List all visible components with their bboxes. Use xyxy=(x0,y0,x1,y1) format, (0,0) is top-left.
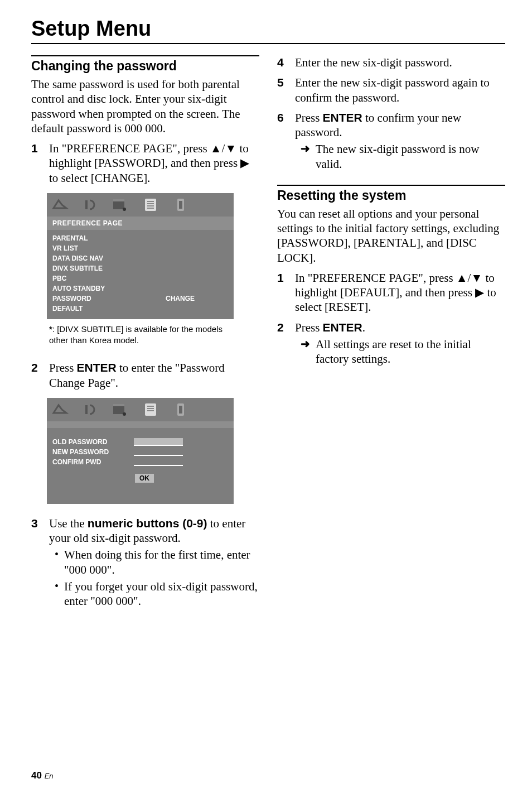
bullet-icon: • xyxy=(55,547,59,577)
osd-item: DATA DISC NAV xyxy=(52,253,228,263)
left-column: Changing the password The same password … xyxy=(31,55,259,614)
page-number-value: 40 xyxy=(31,770,42,781)
step-number: 1 xyxy=(277,271,287,315)
enter-key: ENTER xyxy=(323,111,362,124)
confirm-password-field xyxy=(134,458,183,466)
step-number: 2 xyxy=(277,320,287,367)
step-number: 6 xyxy=(277,110,287,171)
page-number: 40 En xyxy=(31,770,54,781)
footnote: *: [DIVX SUBTITLE] is available for the … xyxy=(49,324,239,347)
input-label: OLD PASSWORD xyxy=(52,438,125,446)
play-icon: ▶ xyxy=(475,286,484,299)
tab-hdmi-icon xyxy=(171,402,191,417)
tab-audio-icon xyxy=(80,402,100,417)
svg-rect-1 xyxy=(113,201,124,209)
bullet-text: When doing this for the first time, ente… xyxy=(64,547,259,577)
up-down-icon: ▲/▼ xyxy=(210,142,236,155)
input-label: NEW PASSWORD xyxy=(52,448,125,456)
step-3: 3 Use the numeric buttons (0-9) to enter… xyxy=(31,516,259,609)
section-rule xyxy=(31,55,259,56)
result-item: ➜ All settings are reset to the initial … xyxy=(295,337,505,367)
intro-text: The same password is used for both paren… xyxy=(31,77,259,136)
step-body: Press ENTER to enter the "Password Chang… xyxy=(49,360,259,390)
osd-menu-items: PARENTAL VR LIST DATA DISC NAV DIVX SUBT… xyxy=(47,230,234,319)
up-down-icon: ▲/▼ xyxy=(456,271,482,285)
step-4: 4 Enter the new six-digit password. xyxy=(277,55,505,70)
step-body: In "PREFERENCE PAGE", press ▲/▼ to highl… xyxy=(49,141,259,185)
osd-divider xyxy=(47,421,234,428)
text: In "PREFERENCE PAGE", press xyxy=(49,142,210,155)
osd-tab-bar xyxy=(47,398,234,421)
step-body: Enter the new six-digit password again t… xyxy=(295,75,505,105)
svg-rect-11 xyxy=(85,405,88,414)
step-body: Enter the new six-digit password. xyxy=(295,55,505,70)
svg-rect-4 xyxy=(145,199,156,211)
step-1: 1 In "PREFERENCE PAGE", press ▲/▼ to hig… xyxy=(31,141,259,185)
step-5: 5 Enter the new six-digit password again… xyxy=(277,75,505,105)
osd-item: PBC xyxy=(52,273,228,283)
input-row: NEW PASSWORD xyxy=(52,448,228,456)
new-password-field xyxy=(134,448,183,456)
columns: Changing the password The same password … xyxy=(31,55,505,614)
reset-step-2: 2 Press ENTER. ➜ All settings are reset … xyxy=(277,320,505,367)
play-icon: ▶ xyxy=(240,156,249,170)
result-text: The new six-digit password is now valid. xyxy=(316,142,505,171)
enter-key: ENTER xyxy=(77,361,117,374)
result-item: ➜ The new six-digit password is now vali… xyxy=(295,142,505,171)
svg-rect-13 xyxy=(113,404,124,406)
step-number: 4 xyxy=(277,55,287,70)
svg-rect-15 xyxy=(145,403,156,416)
tab-video-icon xyxy=(110,197,130,213)
osd-item: DEFAULT xyxy=(52,304,228,314)
numeric-buttons: numeric buttons (0-9) xyxy=(88,517,207,530)
arrow-right-icon: ➜ xyxy=(301,142,310,171)
result-text: All settings are reset to the initial fa… xyxy=(316,337,505,367)
osd-item: DIVX SUBTITLE xyxy=(52,263,228,273)
osd-preference-page: PREFERENCE PAGE PARENTAL VR LIST DATA DI… xyxy=(47,193,234,319)
bullet-item: • If you forget your old six-digit passw… xyxy=(49,579,259,609)
chapter-title: Setup Menu xyxy=(31,17,505,41)
input-row: OLD PASSWORD xyxy=(52,438,228,446)
tab-general-icon xyxy=(50,402,70,417)
enter-key: ENTER xyxy=(323,321,362,334)
step-2: 2 Press ENTER to enter the "Password Cha… xyxy=(31,360,259,390)
text: Press xyxy=(49,361,77,374)
step-6: 6 Press ENTER to confirm your new passwo… xyxy=(277,110,505,171)
section-rule xyxy=(277,185,505,186)
svg-rect-2 xyxy=(113,199,124,201)
step-body: Press ENTER to confirm your new password… xyxy=(295,110,505,171)
text: to select [CHANGE]. xyxy=(49,171,150,185)
bullet-icon: • xyxy=(55,579,59,609)
step-number: 3 xyxy=(31,516,41,609)
step-number: 2 xyxy=(31,360,41,390)
intro-text: You can reset all options and your perso… xyxy=(277,206,505,265)
reset-step-1: 1 In "PREFERENCE PAGE", press ▲/▼ to hig… xyxy=(277,271,505,315)
step-body: Use the numeric buttons (0-9) to enter y… xyxy=(49,516,259,609)
step-body: In "PREFERENCE PAGE", press ▲/▼ to highl… xyxy=(295,271,505,315)
osd-value: CHANGE xyxy=(166,295,195,302)
arrow-right-icon: ➜ xyxy=(301,337,310,367)
tab-video-icon xyxy=(110,402,130,417)
osd-title: PREFERENCE PAGE xyxy=(47,217,234,230)
osd-item-selected: PASSWORDCHANGE xyxy=(52,294,228,304)
osd-item: AUTO STANDBY xyxy=(52,283,228,294)
text: In "PREFERENCE PAGE", press xyxy=(295,271,456,285)
tab-audio-icon xyxy=(80,197,100,213)
tab-preference-icon xyxy=(141,402,161,417)
svg-rect-12 xyxy=(113,406,124,414)
right-column: 4 Enter the new six-digit password. 5 En… xyxy=(277,55,505,614)
step-number: 1 xyxy=(31,141,41,185)
osd-tab-bar xyxy=(47,193,234,217)
bullet-item: • When doing this for the first time, en… xyxy=(49,547,259,577)
svg-rect-20 xyxy=(179,406,182,414)
text: Press xyxy=(295,111,323,124)
text: Use the xyxy=(49,517,88,530)
input-label: CONFIRM PWD xyxy=(52,458,125,466)
old-password-field xyxy=(134,438,183,446)
section-heading-password: Changing the password xyxy=(31,59,259,74)
tab-preference-icon xyxy=(141,197,161,213)
osd-password-inputs: OLD PASSWORD NEW PASSWORD CONFIRM PWD OK xyxy=(47,428,234,504)
svg-rect-0 xyxy=(85,200,88,209)
step-number: 5 xyxy=(277,75,287,105)
footnote-text: : [DIVX SUBTITLE] is available for the m… xyxy=(49,324,223,345)
